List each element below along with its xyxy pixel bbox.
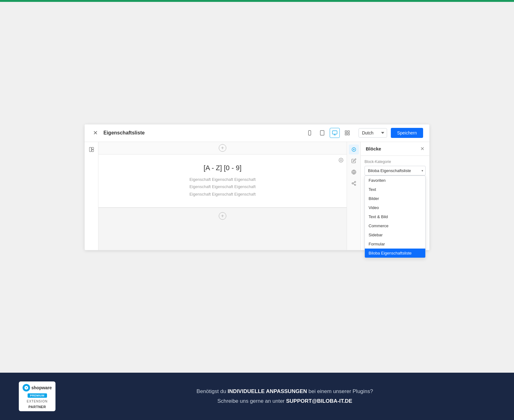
block-title: [A - Z] [0 - 9] (105, 164, 340, 172)
shopware-text: shopware (31, 385, 52, 390)
svg-point-21 (352, 183, 353, 184)
svg-rect-10 (348, 134, 349, 135)
bottom-plus-circle: + (219, 212, 226, 220)
svg-rect-8 (348, 131, 349, 133)
lang-selector: Dutch English German (359, 128, 387, 138)
top-add-block-bar[interactable]: + (98, 142, 347, 155)
category-dropdown[interactable]: Favoriten Text Bilder Video Text & Bild … (365, 166, 426, 176)
svg-line-24 (353, 182, 354, 183)
device-icons (305, 128, 352, 138)
canvas-with-right: + [A - Z] [0 - 9] (85, 142, 429, 250)
svg-rect-9 (345, 134, 347, 135)
dropdown-item-text[interactable]: Text (365, 185, 425, 194)
svg-point-20 (354, 181, 356, 182)
svg-rect-12 (92, 147, 93, 149)
canvas-main: + [A - Z] [0 - 9] (98, 142, 347, 250)
dropdown-item-commerce[interactable]: Commerce (365, 221, 425, 230)
dropdown-list: Favoriten Text Bilder Video Text & Bild … (365, 176, 426, 258)
dropdown-item-favoriten[interactable]: Favoriten (365, 176, 425, 185)
edit-panel-toggle[interactable] (349, 156, 359, 166)
language-select[interactable]: Dutch English German (359, 128, 387, 138)
block-desc-line1: Eigenschaft Eigenschaft Eigenschaft Eige… (105, 176, 340, 198)
blocks-panel-header: Blöcke ✕ (361, 142, 429, 156)
footer-cta: Benötigst du INDIVIDUELLE ANPASSUNGEN be… (74, 387, 495, 406)
svg-rect-4 (332, 131, 337, 134)
editor-panel: ✕ Eigenschaftsliste (85, 124, 429, 250)
main-wrapper: ✕ Eigenschaftsliste (0, 0, 514, 420)
canvas-area: + [A - Z] [0 - 9] (85, 142, 429, 250)
footer-cta-line2: Schreibe uns gerne an unter SUPPORT@BILO… (74, 396, 495, 406)
shopware-icon (23, 384, 30, 391)
dropdown-item-sidebar[interactable]: Sidebar (365, 230, 425, 239)
desktop-device-icon[interactable] (330, 128, 340, 138)
dropdown-item-bilder[interactable]: Bilder (365, 194, 425, 203)
top-accent-bar (0, 0, 514, 2)
editor-body: + [A - Z] [0 - 9] (85, 142, 429, 250)
block-kategorie-label: Block-Kategorie (365, 160, 426, 164)
grid-device-icon[interactable] (342, 128, 352, 138)
editor-title: Eigenschaftsliste (103, 130, 305, 136)
block-settings-icon[interactable] (338, 158, 344, 164)
tablet-device-icon[interactable] (317, 128, 327, 138)
svg-rect-13 (92, 150, 93, 152)
svg-rect-2 (320, 131, 324, 135)
shopware-logo-row: shopware (23, 384, 52, 391)
premium-badge: PREMIUM (28, 393, 47, 398)
footer-logo-area: shopware PREMIUM EXTENSION PARTNER (19, 381, 55, 411)
blocks-panel-body: Block-Kategorie Favoriten Text Bilder Vi… (361, 156, 429, 250)
blocks-panel-title: Blöcke (366, 146, 381, 151)
mobile-device-icon[interactable] (305, 128, 315, 138)
blocks-panel: Blöcke ✕ Block-Kategorie Favoriten Text (360, 142, 429, 250)
bottom-add-block-bar[interactable]: + (98, 207, 347, 250)
top-plus-circle: + (219, 144, 226, 152)
dropdown-item-text-bild[interactable]: Text & Bild (365, 212, 425, 221)
content-area: ✕ Eigenschaftsliste (0, 2, 514, 373)
footer: shopware PREMIUM EXTENSION PARTNER Benöt… (0, 373, 514, 420)
category-dropdown-wrapper: Favoriten Text Bilder Video Text & Bild … (365, 166, 426, 176)
layout-tool-button[interactable] (87, 144, 97, 155)
dropdown-item-biloba[interactable]: Biloba Eigenschaftsliste (365, 249, 425, 258)
block-content-area: [A - Z] [0 - 9] Eigenschaft Eigenschaft … (98, 155, 347, 207)
dropdown-item-video[interactable]: Video (365, 203, 425, 212)
save-button[interactable]: Speichern (391, 128, 423, 138)
right-panel-icons (347, 142, 360, 250)
footer-cta-line1: Benötigst du INDIVIDUELLE ANPASSUNGEN be… (74, 387, 495, 396)
shopware-badge: shopware PREMIUM EXTENSION PARTNER (19, 381, 55, 411)
sidebar-tools (85, 142, 98, 250)
svg-rect-0 (308, 131, 311, 135)
share-toggle[interactable] (349, 178, 359, 188)
partner-text: PARTNER (29, 405, 46, 409)
svg-rect-11 (89, 147, 91, 152)
svg-point-22 (354, 184, 356, 186)
dropdown-item-formular[interactable]: Formular (365, 239, 425, 249)
close-button[interactable]: ✕ (91, 129, 100, 137)
preview-toggle[interactable] (349, 167, 359, 177)
svg-rect-7 (345, 131, 347, 133)
extension-text: EXTENSION (27, 400, 48, 403)
svg-point-14 (340, 160, 342, 161)
svg-line-23 (353, 184, 354, 185)
blocks-panel-toggle[interactable] (349, 144, 359, 155)
blocks-panel-close[interactable]: ✕ (420, 146, 424, 152)
editor-header: ✕ Eigenschaftsliste (85, 124, 429, 142)
